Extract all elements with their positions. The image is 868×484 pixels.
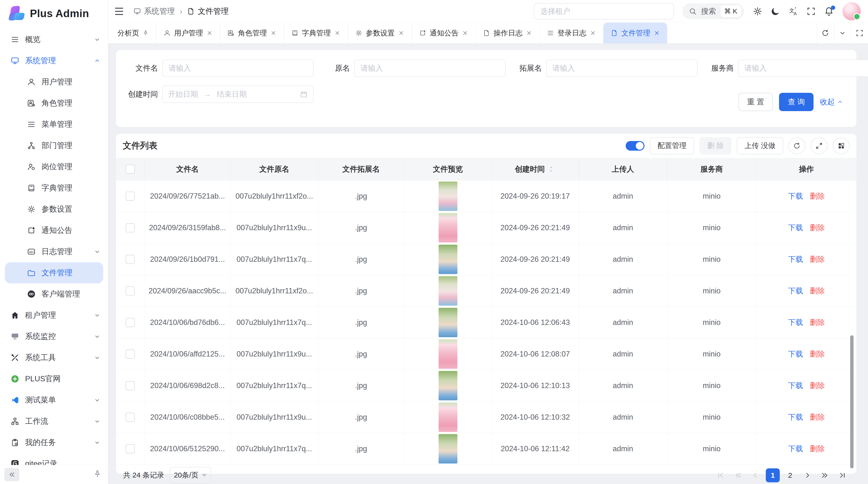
pin-icon[interactable] — [143, 30, 149, 36]
sidebar-item-client-management[interactable]: 客户端管理 — [0, 284, 108, 305]
row-checkbox[interactable] — [126, 223, 135, 232]
user-avatar[interactable] — [842, 2, 861, 21]
file-preview-thumbnail[interactable] — [439, 213, 457, 243]
delete-link[interactable]: 删除 — [810, 254, 825, 264]
tab-dict-management[interactable]: 字典管理 — [284, 23, 348, 43]
tab-file-management[interactable]: 文件管理 — [603, 23, 667, 43]
sidebar-item-my-tasks[interactable]: 我的任务 — [0, 432, 108, 453]
sidebar-item-system-management[interactable]: 系统管理 — [0, 50, 108, 71]
download-link[interactable]: 下载 — [788, 286, 803, 296]
tab-fullscreen-button[interactable] — [851, 23, 868, 43]
delete-link[interactable]: 删除 — [810, 412, 825, 422]
row-checkbox[interactable] — [126, 350, 135, 359]
close-icon[interactable] — [270, 30, 277, 36]
date-range-picker[interactable]: 开始日期 → 结束日期 — [162, 86, 314, 103]
fullscreen-button[interactable] — [806, 6, 816, 17]
sidebar-item-system-monitor[interactable]: 系统监控 — [0, 326, 108, 347]
download-link[interactable]: 下载 — [788, 191, 803, 201]
sidebar-item-menu-management[interactable]: 菜单管理 — [0, 114, 108, 135]
ext-input[interactable] — [552, 64, 692, 73]
delete-link[interactable]: 删除 — [810, 191, 825, 201]
page-2-button[interactable]: 2 — [783, 468, 797, 482]
file-preview-thumbnail[interactable] — [439, 245, 457, 274]
table-fullscreen-button[interactable] — [811, 137, 828, 154]
sidebar-item-log-management[interactable]: 日志管理 — [0, 241, 108, 262]
close-icon[interactable] — [526, 30, 532, 36]
first-page-button[interactable] — [714, 468, 728, 482]
sidebar-item-post-management[interactable]: 岗位管理 — [0, 156, 108, 178]
last-page-button[interactable] — [835, 468, 849, 482]
tab-more-button[interactable] — [834, 23, 851, 43]
notifications-button[interactable] — [824, 6, 834, 17]
sidebar-item-param-settings[interactable]: 参数设置 — [0, 199, 108, 220]
jump-forward-button[interactable] — [818, 468, 832, 482]
prev-page-button[interactable] — [748, 468, 763, 482]
close-icon[interactable] — [590, 30, 596, 36]
close-icon[interactable] — [654, 30, 660, 36]
close-icon[interactable] — [207, 30, 213, 36]
settings-button[interactable] — [752, 6, 763, 17]
download-link[interactable]: 下载 — [788, 317, 803, 328]
sidebar-item-tenant-management[interactable]: 租户管理 — [0, 305, 108, 326]
sidebar-pin-button[interactable] — [93, 470, 102, 479]
search-button[interactable]: 查 询 — [779, 93, 813, 111]
download-link[interactable]: 下载 — [788, 254, 803, 264]
breadcrumb-file-management[interactable]: 文件管理 — [187, 6, 228, 17]
delete-link[interactable]: 删除 — [810, 444, 825, 454]
sidebar-item-department-management[interactable]: 部门管理 — [0, 135, 108, 156]
reset-button[interactable]: 重 置 — [739, 93, 773, 111]
search-panel-toggle[interactable] — [626, 141, 645, 151]
tab-operation-log[interactable]: 操作日志 — [476, 23, 539, 43]
delete-link[interactable]: 删除 — [810, 223, 825, 233]
provider-input[interactable] — [744, 64, 868, 73]
sidebar-item-system-tools[interactable]: 系统工具 — [0, 347, 108, 368]
tab-notice[interactable]: 通知公告 — [412, 23, 476, 43]
sidebar-item-test-menu[interactable]: 测试菜单 — [0, 389, 108, 411]
file-preview-thumbnail[interactable] — [439, 402, 457, 432]
file-preview-thumbnail[interactable] — [439, 276, 457, 305]
collapse-filter-link[interactable]: 收起 — [820, 97, 843, 107]
sidebar-item-notice[interactable]: 通知公告 — [0, 220, 108, 241]
file-preview-thumbnail[interactable] — [439, 434, 457, 463]
sidebar-item-dict-management[interactable]: 字典管理 — [0, 178, 108, 199]
tenant-select[interactable] — [534, 3, 674, 20]
download-link[interactable]: 下载 — [788, 349, 803, 359]
tab-user-management[interactable]: 用户管理 — [156, 23, 220, 43]
upload-button[interactable]: 上传 没做 — [737, 137, 783, 155]
delete-link[interactable]: 删除 — [810, 381, 825, 391]
original-name-input[interactable] — [360, 64, 500, 73]
download-link[interactable]: 下载 — [788, 444, 803, 454]
tab-analysis[interactable]: 分析页 — [110, 23, 156, 43]
download-link[interactable]: 下载 — [788, 223, 803, 233]
table-scrollbar-thumb[interactable] — [850, 335, 854, 468]
breadcrumb-system-management[interactable]: 系统管理 — [133, 6, 175, 17]
close-icon[interactable] — [398, 30, 404, 36]
sidebar-item-gitee-record[interactable]: gitee记录 — [0, 453, 108, 466]
tenant-select-input[interactable] — [540, 7, 668, 16]
tab-refresh-button[interactable] — [817, 23, 834, 43]
row-checkbox[interactable] — [126, 318, 135, 327]
select-all-checkbox[interactable] — [126, 165, 135, 174]
delete-link[interactable]: 删除 — [810, 349, 825, 359]
sidebar-item-workflow[interactable]: 工作流 — [0, 411, 108, 432]
row-checkbox[interactable] — [126, 192, 135, 201]
hamburger-menu-button[interactable] — [115, 6, 126, 16]
table-refresh-button[interactable] — [788, 137, 805, 154]
row-checkbox[interactable] — [126, 286, 135, 295]
tab-login-log[interactable]: 登录日志 — [539, 23, 603, 43]
sidebar-item-overview[interactable]: 概览 — [0, 29, 108, 50]
row-checkbox[interactable] — [126, 255, 135, 264]
logo-row[interactable]: Plus Admin — [0, 0, 108, 27]
delete-button[interactable]: 删 除 — [700, 137, 731, 155]
delete-link[interactable]: 删除 — [810, 286, 825, 296]
next-page-button[interactable] — [801, 468, 814, 482]
file-preview-thumbnail[interactable] — [439, 182, 457, 211]
file-preview-thumbnail[interactable] — [439, 371, 457, 400]
delete-link[interactable]: 删除 — [810, 317, 825, 328]
download-link[interactable]: 下载 — [788, 381, 803, 391]
created-time-header[interactable]: 创建时间 — [492, 158, 579, 181]
row-checkbox[interactable] — [126, 413, 135, 422]
column-settings-button[interactable] — [833, 137, 850, 154]
sort-icon[interactable] — [547, 165, 556, 173]
download-link[interactable]: 下载 — [788, 412, 803, 422]
